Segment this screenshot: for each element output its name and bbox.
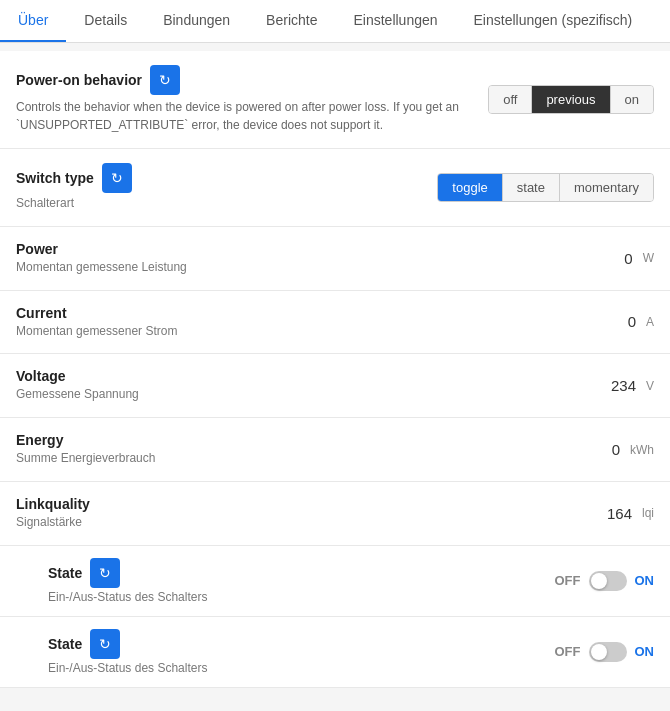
current-label: Current: [16, 305, 628, 321]
switch-toggle-btn[interactable]: toggle: [438, 174, 502, 201]
voltage-unit: V: [646, 379, 654, 393]
energy-sublabel: Summe Energieverbrauch: [16, 450, 612, 467]
switch-type-segmented: toggle state momentary: [437, 173, 654, 202]
state2-row: State ↻ Ein-/Aus-Status des Schalters OF…: [0, 617, 670, 688]
state2-right: OFF ON: [555, 642, 655, 662]
state2-label: State ↻: [48, 629, 555, 659]
refresh-icon: ↻: [159, 72, 171, 88]
power-on-previous-btn[interactable]: previous: [532, 86, 610, 113]
switch-state-btn[interactable]: state: [503, 174, 560, 201]
switch-type-sublabel: Schalterart: [16, 195, 437, 212]
power-row: Power Momentan gemessene Leistung 0 W: [0, 227, 670, 291]
current-sublabel: Momentan gemessener Strom: [16, 323, 628, 340]
power-on-segmented: off previous on: [488, 85, 654, 114]
current-unit: A: [646, 315, 654, 329]
voltage-label: Voltage: [16, 368, 611, 384]
state1-off-label: OFF: [555, 573, 581, 588]
tab-ueber[interactable]: Über: [0, 0, 66, 42]
linkquality-value-display: 164 lqi: [607, 505, 654, 522]
switch-momentary-btn[interactable]: momentary: [560, 174, 653, 201]
voltage-sublabel: Gemessene Spannung: [16, 386, 611, 403]
voltage-row: Voltage Gemessene Spannung 234 V: [0, 354, 670, 418]
power-on-refresh-button[interactable]: ↻: [150, 65, 180, 95]
voltage-value: 234: [611, 377, 636, 394]
linkquality-unit: lqi: [642, 506, 654, 520]
energy-left: Energy Summe Energieverbrauch: [16, 432, 612, 467]
switch-type-label: Switch type ↻: [16, 163, 437, 193]
energy-row: Energy Summe Energieverbrauch 0 kWh: [0, 418, 670, 482]
state2-off-label: OFF: [555, 644, 581, 659]
tab-details[interactable]: Details: [66, 0, 145, 42]
energy-unit: kWh: [630, 443, 654, 457]
state2-left: State ↻ Ein-/Aus-Status des Schalters: [48, 629, 555, 675]
power-sublabel: Momentan gemessene Leistung: [16, 259, 624, 276]
current-value: 0: [628, 313, 636, 330]
linkquality-value: 164: [607, 505, 632, 522]
energy-value: 0: [612, 441, 620, 458]
power-label: Power: [16, 241, 624, 257]
current-value-display: 0 A: [628, 313, 654, 330]
refresh-icon-4: ↻: [99, 636, 111, 652]
state1-row: State ↻ Ein-/Aus-Status des Schalters OF…: [0, 546, 670, 617]
tab-einstellungen[interactable]: Einstellungen: [335, 0, 455, 42]
current-row: Current Momentan gemessener Strom 0 A: [0, 291, 670, 355]
power-value: 0: [624, 250, 632, 267]
linkquality-row: Linkquality Signalstärke 164 lqi: [0, 482, 670, 546]
state1-toggle[interactable]: [589, 571, 627, 591]
state1-refresh-button[interactable]: ↻: [90, 558, 120, 588]
refresh-icon-2: ↻: [111, 170, 123, 186]
power-on-off-btn[interactable]: off: [489, 86, 532, 113]
power-on-row: Power-on behavior ↻ Controls the behavio…: [0, 51, 670, 149]
power-on-left: Power-on behavior ↻ Controls the behavio…: [16, 65, 488, 134]
state2-toggle[interactable]: [589, 642, 627, 662]
voltage-left: Voltage Gemessene Spannung: [16, 368, 611, 403]
main-content: Power-on behavior ↻ Controls the behavio…: [0, 51, 670, 688]
power-on-description: Controls the behavior when the device is…: [16, 98, 488, 134]
energy-value-display: 0 kWh: [612, 441, 654, 458]
power-unit: W: [643, 251, 654, 265]
tab-bindungen[interactable]: Bindungen: [145, 0, 248, 42]
state1-right: OFF ON: [555, 571, 655, 591]
current-left: Current Momentan gemessener Strom: [16, 305, 628, 340]
power-on-label: Power-on behavior ↻: [16, 65, 488, 95]
power-left: Power Momentan gemessene Leistung: [16, 241, 624, 276]
power-value-display: 0 W: [624, 250, 654, 267]
switch-type-refresh-button[interactable]: ↻: [102, 163, 132, 193]
linkquality-label: Linkquality: [16, 496, 607, 512]
linkquality-left: Linkquality Signalstärke: [16, 496, 607, 531]
state2-slider: [589, 642, 627, 662]
linkquality-sublabel: Signalstärke: [16, 514, 607, 531]
state1-label: State ↻: [48, 558, 555, 588]
state2-sublabel: Ein-/Aus-Status des Schalters: [48, 661, 555, 675]
tab-berichte[interactable]: Berichte: [248, 0, 335, 42]
switch-type-row: Switch type ↻ Schalterart toggle state m…: [0, 149, 670, 227]
tab-einstellungen-spezifisch[interactable]: Einstellungen (spezifisch): [456, 0, 651, 42]
switch-type-left: Switch type ↻ Schalterart: [16, 163, 437, 212]
switch-type-right: toggle state momentary: [437, 173, 654, 202]
tab-bar: Über Details Bindungen Berichte Einstell…: [0, 0, 670, 43]
state2-refresh-button[interactable]: ↻: [90, 629, 120, 659]
voltage-value-display: 234 V: [611, 377, 654, 394]
state1-left: State ↻ Ein-/Aus-Status des Schalters: [48, 558, 555, 604]
state1-sublabel: Ein-/Aus-Status des Schalters: [48, 590, 555, 604]
state1-on-label: ON: [635, 573, 655, 588]
power-on-on-btn[interactable]: on: [611, 86, 653, 113]
state2-on-label: ON: [635, 644, 655, 659]
power-on-right: off previous on: [488, 85, 654, 114]
state1-slider: [589, 571, 627, 591]
refresh-icon-3: ↻: [99, 565, 111, 581]
energy-label: Energy: [16, 432, 612, 448]
